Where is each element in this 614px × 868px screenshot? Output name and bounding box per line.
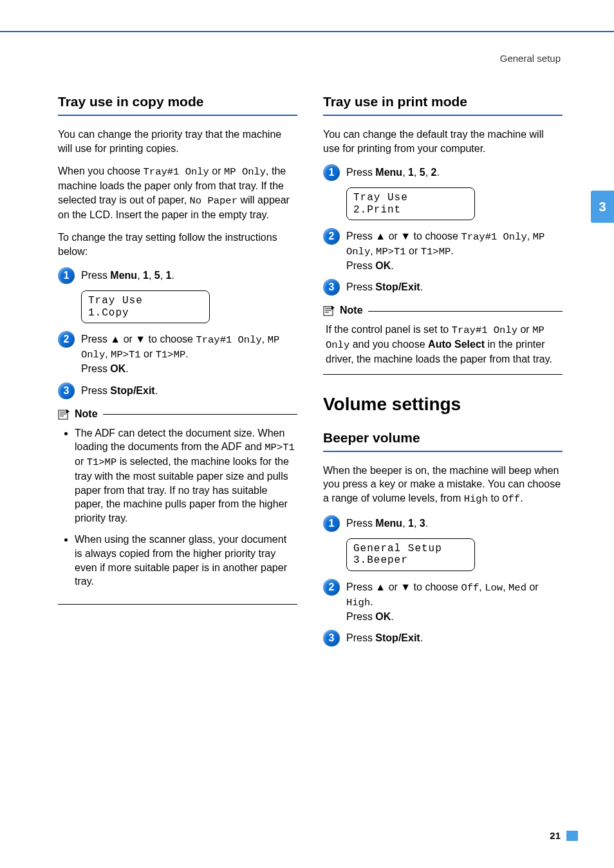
step-3: 3 Press Stop/Exit.: [58, 382, 297, 399]
step-badge-3: 3: [323, 630, 340, 646]
code: Tray#1 Only: [144, 166, 209, 178]
heading-volume-settings: Volume settings: [323, 394, 563, 415]
t: .: [451, 245, 453, 256]
heading-copy-mode: Tray use in copy mode: [58, 94, 297, 116]
step-1-text: Press Menu, 1, 5, 2.: [346, 164, 440, 180]
code: T1>MP: [87, 457, 117, 468]
text: or: [209, 165, 224, 176]
t: The ADF can detect the document size. Wh…: [75, 428, 284, 453]
code: High: [346, 597, 370, 609]
svg-rect-1: [324, 307, 333, 316]
header-breadcrumb: General setup: [500, 53, 561, 64]
t: 1: [408, 518, 414, 529]
t: 1: [166, 270, 172, 281]
t: .: [172, 270, 174, 281]
note-body: The ADF can detect the document size. Wh…: [58, 420, 297, 604]
down-arrow-icon: ▼: [400, 231, 411, 241]
up-arrow-icon: ▲: [110, 334, 120, 344]
lcd-line-2: 1.Copy: [88, 307, 203, 319]
t: Press: [346, 231, 375, 241]
t: Menu: [110, 270, 137, 281]
note-bottom-rule: [323, 374, 563, 375]
t: OK: [110, 363, 126, 374]
t: 1: [143, 270, 149, 281]
t: Press: [81, 363, 110, 374]
note-copy: Note The ADF can detect the document siz…: [58, 408, 297, 605]
t: 5: [420, 167, 425, 178]
code: T1>MP: [421, 246, 451, 258]
step-badge-1: 1: [58, 267, 75, 284]
note-body: If the control panel is set to Tray#1 On…: [323, 316, 563, 373]
t: .: [391, 611, 393, 622]
t: to choose: [145, 334, 196, 344]
t: Stop/Exit: [375, 281, 420, 292]
t: ,: [425, 167, 431, 178]
lcd-line-2: 2.Print: [353, 204, 468, 216]
t: Press: [81, 270, 110, 281]
right-column: Tray use in print mode You can change th…: [323, 90, 563, 653]
note-item-2: When using the scanner glass, your docum…: [75, 533, 295, 588]
text: When you choose: [58, 165, 144, 176]
t: .: [437, 167, 440, 178]
code: Off: [502, 493, 520, 505]
t: to: [488, 493, 502, 504]
t: or: [386, 581, 400, 592]
t: Press: [346, 281, 375, 292]
code: Low: [485, 582, 503, 594]
t: Press: [81, 385, 110, 396]
t: Press: [346, 611, 375, 622]
t: ,: [105, 348, 111, 359]
code: Tray#1 Only: [196, 334, 261, 346]
code: Off: [461, 582, 479, 594]
t: to choose: [411, 231, 461, 241]
t: OK: [375, 260, 391, 271]
step-1-text: Press Menu, 1, 3.: [346, 515, 428, 531]
t: ,: [160, 270, 166, 281]
t: ,: [527, 231, 533, 241]
step-2: 2 Press ▲ or ▼ to choose Tray#1 Only, MP…: [323, 228, 563, 272]
t: ,: [262, 334, 268, 344]
t: Stop/Exit: [110, 385, 154, 396]
down-arrow-icon: ▼: [400, 581, 411, 592]
step-badge-1: 1: [323, 515, 340, 532]
t: 3: [420, 518, 425, 529]
lcd-display-print: Tray Use 2.Print: [346, 187, 475, 220]
print-intro: You can change the default tray the mach…: [323, 127, 563, 155]
print-steps: 1 Press Menu, 1, 5, 2. Tray Use 2.Print …: [323, 164, 563, 296]
step-2-text: Press ▲ or ▼ to choose Tray#1 Only, MP O…: [81, 331, 297, 375]
t: If the control panel is set to: [326, 324, 452, 335]
copy-para-3: To change the tray setting follow the in…: [58, 231, 297, 258]
copy-para-2: When you choose Tray#1 Only or MP Only, …: [58, 164, 297, 222]
step-1-text: Press Menu, 1, 5, 1.: [81, 267, 174, 283]
code: MP>T1: [265, 442, 295, 453]
t: Press: [81, 334, 110, 344]
heading-print-mode: Tray use in print mode: [323, 94, 563, 116]
code: Med: [508, 582, 526, 594]
t: Menu: [375, 167, 402, 178]
step-badge-1: 1: [323, 164, 340, 181]
two-column-layout: Tray use in copy mode You can change the…: [58, 0, 569, 653]
t: ,: [149, 270, 154, 281]
t: Press: [346, 632, 375, 643]
t: to choose: [411, 581, 461, 592]
copy-steps: 1 Press Menu, 1, 5, 1. Tray Use 1.Copy 2…: [58, 267, 297, 399]
t: 1: [408, 167, 414, 178]
t: ,: [503, 581, 508, 592]
t: Stop/Exit: [375, 632, 420, 643]
step-2-text: Press ▲ or ▼ to choose Tray#1 Only, MP O…: [346, 228, 563, 272]
t: or: [517, 324, 532, 335]
step-3: 3 Press Stop/Exit.: [323, 630, 563, 646]
step-3: 3 Press Stop/Exit.: [323, 279, 563, 296]
code: Tray#1 Only: [461, 231, 526, 243]
left-column: Tray use in copy mode You can change the…: [58, 90, 297, 653]
note-label: Note: [340, 305, 363, 316]
note-rule: [368, 311, 563, 312]
note-head: Note: [323, 305, 563, 316]
lcd-display-copy: Tray Use 1.Copy: [81, 290, 210, 323]
step-1: 1 Press Menu, 1, 5, 2.: [323, 164, 563, 181]
t: Press: [346, 260, 375, 271]
step-badge-2: 2: [323, 228, 340, 245]
note-item-1: The ADF can detect the document size. Wh…: [75, 426, 295, 525]
note-rule: [103, 414, 297, 415]
top-rule: [0, 31, 614, 32]
